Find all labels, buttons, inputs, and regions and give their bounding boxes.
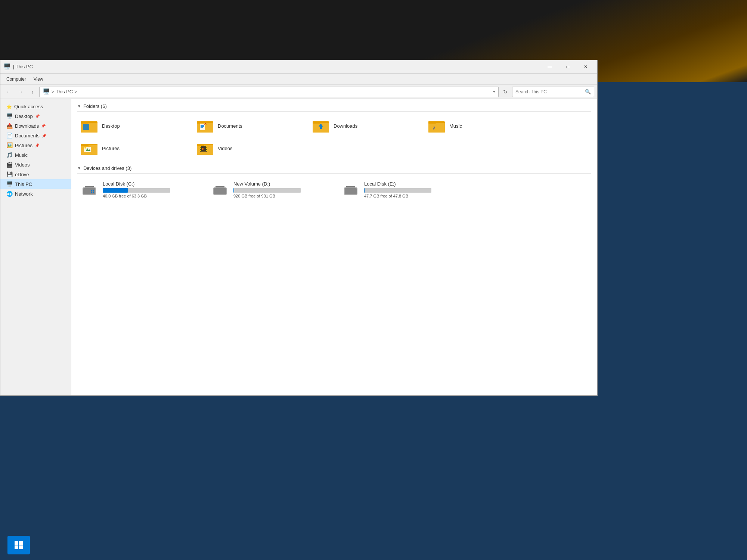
sidebar-item-edrive[interactable]: 💾 eDrive xyxy=(0,169,71,179)
svg-rect-46 xyxy=(214,188,226,194)
content-pane: ▼ Folders (6) Desktop xyxy=(71,99,597,395)
sidebar-item-network[interactable]: 🌐 Network xyxy=(0,189,71,199)
address-bar[interactable]: 🖥️ > This PC > ▾ xyxy=(39,87,499,97)
address-computer-icon: 🖥️ xyxy=(43,88,50,95)
folder-desktop[interactable]: Desktop xyxy=(77,116,182,136)
pin-icon: 📌 xyxy=(42,134,46,138)
address-sep-2: > xyxy=(74,89,77,94)
sidebar-item-label: This PC xyxy=(15,181,32,187)
sidebar-item-downloads[interactable]: 📥 Downloads 📌 xyxy=(0,121,71,131)
minimize-button[interactable]: — xyxy=(541,62,558,72)
svg-rect-51 xyxy=(15,541,18,545)
sidebar-item-quick-access[interactable]: ⭐ Quick access xyxy=(0,102,71,111)
sidebar-item-music[interactable]: 🎵 Music xyxy=(0,150,71,160)
drive-d-bar-container xyxy=(233,188,301,193)
folder-documents-label: Documents xyxy=(218,123,242,129)
sidebar-item-label: Videos xyxy=(15,162,30,168)
drives-grid: Local Disk (C:) 40.0 GB free of 63.3 GB xyxy=(77,178,591,201)
drives-section-label: Devices and drives (3) xyxy=(83,165,131,171)
svg-rect-41 xyxy=(93,190,94,191)
folders-grid: Desktop A xyxy=(77,116,591,158)
svg-rect-29 xyxy=(197,144,204,146)
drive-e-bar-fill xyxy=(364,188,365,193)
address-dropdown-icon[interactable]: ▾ xyxy=(493,89,495,94)
svg-rect-52 xyxy=(19,541,23,545)
chevron-icon: ▼ xyxy=(77,104,81,108)
sidebar-item-pictures[interactable]: 🖼️ Pictures 📌 xyxy=(0,140,71,150)
drive-e-size: 47.7 GB free of 47.8 GB xyxy=(364,194,455,198)
address-this-pc: This PC xyxy=(56,89,73,94)
menu-computer[interactable]: Computer xyxy=(3,75,29,83)
drive-d[interactable]: New Volume (D:) 920 GB free of 931 GB xyxy=(208,178,328,201)
maximize-button[interactable]: □ xyxy=(559,62,576,72)
sidebar: ⭐ Quick access 🖥️ Desktop 📌 📥 Downloads … xyxy=(0,99,71,395)
drive-c-info: Local Disk (C:) 40.0 GB free of 63.3 GB xyxy=(103,181,194,198)
folders-section-label: Folders (6) xyxy=(83,103,107,109)
start-button[interactable] xyxy=(7,536,30,554)
music-folder-icon: ♪ xyxy=(428,118,446,133)
explorer-window: 🖥️ | This PC — □ ✕ Computer View ← → ↑ 🖥… xyxy=(0,60,598,396)
refresh-button[interactable]: ↻ xyxy=(500,87,511,97)
menu-view[interactable]: View xyxy=(31,75,46,83)
drive-e-info: Local Disk (E:) 47.7 GB free of 47.8 GB xyxy=(364,181,455,198)
pin-icon: 📌 xyxy=(35,114,40,118)
folder-videos[interactable]: Videos xyxy=(193,139,298,158)
sidebar-item-desktop[interactable]: 🖥️ Desktop 📌 xyxy=(0,111,71,121)
sidebar-item-label: Music xyxy=(15,152,28,158)
sidebar-item-this-pc[interactable]: 🖥️ This PC xyxy=(0,179,71,189)
folder-documents[interactable]: A Documents xyxy=(193,116,298,136)
drive-e-icon xyxy=(342,182,360,197)
title-bar: 🖥️ | This PC — □ ✕ xyxy=(0,60,597,74)
folder-downloads[interactable]: Downloads xyxy=(309,116,413,136)
folder-downloads-label: Downloads xyxy=(334,123,357,129)
sidebar-item-label: Downloads xyxy=(15,123,39,129)
sidebar-item-label: Network xyxy=(15,191,33,197)
drive-c[interactable]: Local Disk (C:) 40.0 GB free of 63.3 GB xyxy=(77,178,197,201)
sidebar-item-label: Pictures xyxy=(15,143,32,148)
address-sep-1: > xyxy=(52,89,54,94)
sidebar-item-documents[interactable]: 📄 Documents 📌 xyxy=(0,131,71,140)
drive-d-bar-fill xyxy=(233,188,234,193)
drive-d-icon xyxy=(211,182,229,197)
documents-icon: 📄 xyxy=(6,133,13,139)
pin-icon: 📌 xyxy=(41,124,46,128)
folder-music[interactable]: ♪ Music xyxy=(425,116,529,136)
forward-button[interactable]: → xyxy=(15,87,26,97)
folder-pictures[interactable]: Pictures xyxy=(77,139,182,158)
videos-folder-icon xyxy=(196,141,214,156)
music-icon: 🎵 xyxy=(6,152,13,158)
close-button[interactable]: ✕ xyxy=(577,62,594,72)
up-button[interactable]: ↑ xyxy=(27,87,38,97)
svg-rect-40 xyxy=(91,190,92,191)
main-area: ⭐ Quick access 🖥️ Desktop 📌 📥 Downloads … xyxy=(0,99,597,395)
search-input[interactable] xyxy=(515,89,583,94)
network-icon: 🌐 xyxy=(6,191,13,197)
svg-rect-32 xyxy=(200,148,201,149)
back-button[interactable]: ← xyxy=(3,87,14,97)
pictures-icon: 🖼️ xyxy=(6,142,13,148)
nav-bar: ← → ↑ 🖥️ > This PC > ▾ ↻ 🔍 xyxy=(0,85,597,99)
svg-rect-17 xyxy=(428,123,445,133)
search-box[interactable]: 🔍 xyxy=(512,87,594,97)
search-icon: 🔍 xyxy=(585,89,591,94)
svg-rect-34 xyxy=(206,146,207,147)
svg-point-26 xyxy=(84,147,86,149)
drive-d-info: New Volume (D:) 920 GB free of 931 GB xyxy=(233,181,325,198)
window-controls: — □ ✕ xyxy=(541,62,594,72)
drive-c-name: Local Disk (C:) xyxy=(103,181,194,187)
svg-rect-6 xyxy=(197,121,204,124)
chevron-drives-icon: ▼ xyxy=(77,166,81,170)
svg-rect-53 xyxy=(15,545,18,549)
drive-e[interactable]: Local Disk (E:) 47.7 GB free of 47.8 GB xyxy=(339,178,458,201)
this-pc-icon: 🖥️ xyxy=(6,181,13,187)
folder-pictures-label: Pictures xyxy=(102,146,120,151)
folder-music-label: Music xyxy=(449,123,462,129)
drives-section-header[interactable]: ▼ Devices and drives (3) xyxy=(77,165,591,174)
svg-rect-44 xyxy=(85,186,94,187)
svg-text:A: A xyxy=(204,122,207,125)
folders-section-header[interactable]: ▼ Folders (6) xyxy=(77,103,591,112)
downloads-folder-icon xyxy=(312,118,330,133)
videos-icon: 🎬 xyxy=(6,162,13,168)
sidebar-item-videos[interactable]: 🎬 Videos xyxy=(0,160,71,169)
desktop-icon: 🖥️ xyxy=(6,113,13,119)
